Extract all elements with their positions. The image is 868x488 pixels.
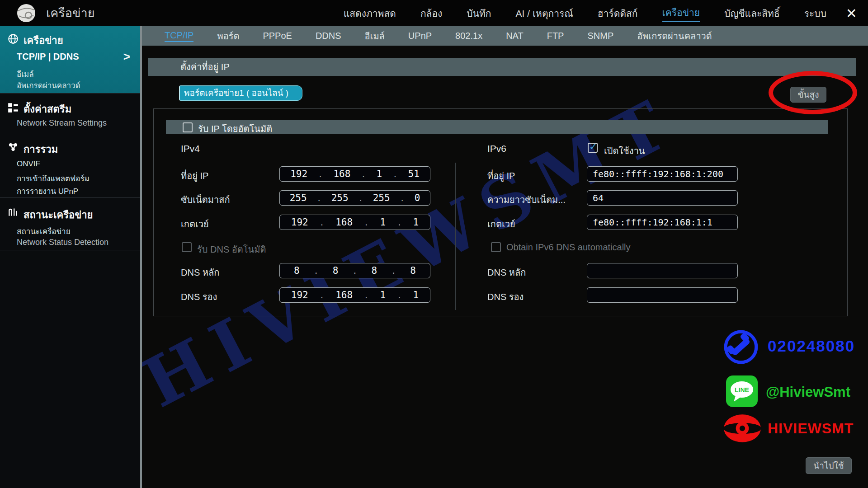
octet: 1 <box>377 169 382 179</box>
octet: 51 <box>408 169 419 179</box>
tab-email[interactable]: อีเมล์ <box>365 29 385 43</box>
tab-cloud-upgrade[interactable]: อัพเกรดผ่านคลาวด์ <box>637 29 712 43</box>
ipv6-dns2-input[interactable] <box>587 287 738 303</box>
octet: 255 <box>331 192 349 203</box>
ipv6-dns-auto-checkbox[interactable] <box>491 242 501 252</box>
stream-grid-icon <box>7 102 19 113</box>
menu-item-camera[interactable]: กล้อง <box>420 6 442 21</box>
ipv6-address-input[interactable]: fe80::ffff:192:168:1:200 <box>587 166 738 182</box>
port-selector-label: พอร์ตเครือข่าย1 ( ออนไลน์ ) <box>184 88 288 98</box>
octet: 8 <box>410 265 416 276</box>
sidebar-item-cloud-upgrade[interactable]: อัพเกรดผ่านคลาวด์ <box>17 79 80 91</box>
tab-nat[interactable]: NAT <box>506 31 524 41</box>
line-badge-text: LINE <box>735 386 749 394</box>
octet: 8 <box>294 265 300 276</box>
sidebar-section-integration[interactable]: การรวม ONVIF การเข้าถึงแพลตฟอร์ม การรายง… <box>0 134 140 197</box>
hiviewsmt-logo-icon <box>722 411 762 446</box>
menu-item-ai-event[interactable]: AI / เหตุการณ์ <box>516 6 573 21</box>
apply-button[interactable]: นำไปใช้ <box>806 457 852 474</box>
sidebar-item-email[interactable]: อีเมล์ <box>17 68 34 80</box>
ipv4-address-label: ที่อยู่ IP <box>181 169 208 183</box>
tab-snmp[interactable]: SNMP <box>587 31 613 41</box>
tab-tcpip[interactable]: TCP/IP <box>165 30 193 42</box>
phone-icon <box>722 328 760 366</box>
octet: 1 <box>413 217 419 228</box>
app-globe-logo-icon <box>16 3 36 23</box>
octet: 192 <box>291 217 308 228</box>
ipv4-dns1-label: DNS หลัก <box>181 265 219 280</box>
top-menu: แสดงภาพสด กล้อง บันทึก AI / เหตุการณ์ ฮา… <box>344 0 826 26</box>
ipv6-dns2-label: DNS รอง <box>487 290 524 304</box>
close-icon[interactable]: ✕ <box>846 5 857 21</box>
subnet-mask-input[interactable]: 255.255.255.0 <box>279 190 430 206</box>
obtain-ip-auto-checkbox[interactable] <box>183 122 193 132</box>
sidebar-integration-title: การรวม <box>24 141 58 157</box>
menu-item-disk[interactable]: ฮาร์ดดิสก์ <box>598 6 638 21</box>
octet: 168 <box>335 217 353 228</box>
sidebar-item-network-stream-settings[interactable]: Network Stream Settings <box>17 118 107 128</box>
octet: 8 <box>333 265 339 276</box>
ip-settings-section-header: ตั้งค่าที่อยู่ IP <box>148 58 856 76</box>
sidebar-stream-title: ตั้งค่าสตรีม <box>24 101 71 117</box>
octet: 8 <box>371 265 377 276</box>
ipv4-dns-auto-label: รับ DNS อัตโนมัติ <box>197 242 266 257</box>
sidebar-section-network[interactable]: เครือข่าย TCP/IP | DDNS > อีเมล์ อัพเกรด… <box>0 26 140 93</box>
contact-brand-name: HIVIEWSMT <box>768 420 854 437</box>
sidebar-network-title: เครือข่าย <box>24 33 63 48</box>
sidebar-item-tcpip-ddns[interactable]: TCP/IP | DDNS <box>17 52 79 62</box>
menu-item-system[interactable]: ระบบ <box>804 6 826 21</box>
ipv4-dns1-input[interactable]: 8.8.8.8 <box>279 263 430 278</box>
ipv4-gateway-label: เกตเวย์ <box>181 217 209 231</box>
ipv4-address-input[interactable]: 192.168.1.51 <box>279 166 430 182</box>
ipv6-heading: IPv6 <box>487 143 506 154</box>
ipv6-address-label: ที่อยู่ IP <box>487 169 515 183</box>
tab-pppoe[interactable]: PPPoE <box>263 31 292 41</box>
ipv6-enable-label: เปิดใช้งาน <box>604 144 645 158</box>
tab-8021x[interactable]: 802.1x <box>455 31 482 41</box>
ipv6-dns1-label: DNS หลัก <box>487 265 526 280</box>
network-status-icon <box>7 206 19 218</box>
ipv4-dns2-input[interactable]: 192.168.1.1 <box>279 287 430 303</box>
menu-item-record[interactable]: บันทึก <box>467 6 491 21</box>
sidebar-item-network-status[interactable]: สถานะเครือข่าย <box>17 225 71 237</box>
ipv6-gateway-input[interactable]: fe80::ffff:192:168:1:1 <box>587 215 738 230</box>
octet: 168 <box>333 169 350 179</box>
ipv6-dns1-input[interactable] <box>587 263 738 278</box>
chevron-right-icon[interactable]: > <box>123 50 130 64</box>
ip-form-panel <box>153 108 848 316</box>
sidebar-scrollbar[interactable] <box>140 26 142 488</box>
tab-upnp[interactable]: UPnP <box>408 31 432 41</box>
sidebar-section-stream[interactable]: ตั้งค่าสตรีม Network Stream Settings <box>0 94 140 133</box>
obtain-ip-auto-label: รับ IP โดยอัตโนมัติ <box>198 122 272 136</box>
sidebar-section-network-status[interactable]: สถานะเครือข่าย สถานะเครือข่าย Network St… <box>0 197 140 250</box>
tab-port[interactable]: พอร์ต <box>217 29 239 43</box>
sidebar-item-upnp-report[interactable]: การรายงาน UPnP <box>17 185 78 197</box>
ipv4-dns-auto-checkbox[interactable] <box>182 242 192 252</box>
tab-ftp[interactable]: FTP <box>547 31 564 41</box>
ipv6-subnet-length-input[interactable]: 64 <box>587 190 738 206</box>
ipv6-enable-checkbox[interactable] <box>588 143 598 153</box>
sidebar: เครือข่าย TCP/IP | DDNS > อีเมล์ อัพเกรด… <box>0 26 140 488</box>
sidebar-item-onvif[interactable]: ONVIF <box>17 160 40 169</box>
ipv6-subnet-length-label: ความยาวซับเน็ตม... <box>487 192 566 207</box>
advanced-button[interactable]: ขั้นสูง <box>790 87 826 103</box>
menu-item-account-auth[interactable]: บัญชีและสิทธิ์ <box>724 6 780 21</box>
tab-ddns[interactable]: DDNS <box>316 31 341 41</box>
port-selector[interactable]: พอร์ตเครือข่าย1 ( ออนไลน์ ) <box>179 85 302 101</box>
sidebar-item-platform-access[interactable]: การเข้าถึงแพลตฟอร์ม <box>17 172 90 184</box>
ipv4-gateway-input[interactable]: 192.168.1.1 <box>279 215 430 230</box>
column-divider <box>455 163 456 310</box>
sidebar-item-network-status-detection[interactable]: Network Status Detection <box>17 238 108 247</box>
menu-item-network[interactable]: เครือข่าย <box>662 5 700 22</box>
octet: 168 <box>335 290 353 300</box>
menu-item-live-view[interactable]: แสดงภาพสด <box>344 6 396 21</box>
integration-cluster-icon <box>7 141 19 153</box>
octet: 192 <box>290 169 307 179</box>
octet: 192 <box>291 290 308 300</box>
ipv4-dns2-label: DNS รอง <box>181 290 217 304</box>
octet: 1 <box>380 217 386 228</box>
octet: 255 <box>290 192 307 203</box>
octet: 1 <box>413 290 419 300</box>
line-app-icon: LINE <box>726 375 758 407</box>
ip-settings-title: ตั้งค่าที่อยู่ IP <box>180 62 230 72</box>
